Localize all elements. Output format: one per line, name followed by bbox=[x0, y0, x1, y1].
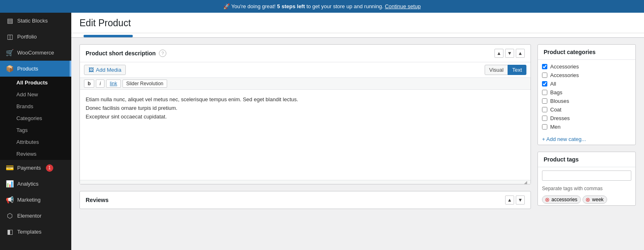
reviews-controls: ▲ ▼ bbox=[505, 195, 525, 205]
banner-bold: 5 steps left bbox=[277, 3, 305, 9]
resize-icon: ◢ bbox=[524, 180, 527, 184]
category-coat[interactable]: Coat bbox=[542, 105, 631, 114]
product-categories-card: Product categories Accessories Accessori… bbox=[537, 44, 636, 145]
sidebar-subitem-add-new[interactable]: Add New bbox=[0, 89, 71, 100]
sidebar-item-products[interactable]: 📦 Products bbox=[0, 61, 71, 77]
expand-btn[interactable]: ▲ bbox=[516, 49, 525, 58]
sidebar-item-label: Templates bbox=[17, 229, 41, 235]
tag-label: week bbox=[592, 197, 603, 202]
sidebar-item-static-blocks[interactable]: ▤ Static Blocks bbox=[0, 13, 71, 29]
tag-chip-week: ⊗ week bbox=[583, 195, 607, 204]
add-new-category-link[interactable]: + Add new categ... bbox=[538, 134, 635, 145]
reviews-section: Reviews ▲ ▼ bbox=[79, 191, 531, 209]
collapse-down-btn[interactable]: ▼ bbox=[505, 49, 514, 58]
toolbar-left: 🖼 Add Media bbox=[84, 65, 126, 75]
tag-chips-container: ⊗ accessories ⊗ week bbox=[538, 194, 635, 205]
add-media-label: Add Media bbox=[96, 67, 121, 73]
category-label: Bags bbox=[550, 89, 562, 95]
sidebar-item-label: Payments bbox=[17, 165, 41, 171]
help-icon[interactable]: ? bbox=[159, 50, 166, 57]
content-line-1: Etiam nulla nunc, aliquet vel metus nec,… bbox=[86, 95, 525, 104]
categories-title: Product categories bbox=[538, 45, 635, 60]
sidebar-item-templates[interactable]: ◧ Templates bbox=[0, 224, 71, 240]
card-header-left: Product short description ? bbox=[86, 50, 166, 57]
visual-tab-btn[interactable]: Visual bbox=[485, 65, 508, 75]
page-header: Edit Product bbox=[71, 13, 644, 33]
sidebar-subitem-reviews[interactable]: Reviews bbox=[0, 148, 71, 160]
category-all[interactable]: All bbox=[542, 80, 631, 88]
bold-btn[interactable]: b bbox=[84, 80, 94, 88]
sidebar-subitem-attributes[interactable]: Attributes bbox=[0, 136, 71, 148]
portfolio-icon: ◫ bbox=[6, 33, 14, 41]
sidebar-subitem-all-products[interactable]: All Products bbox=[0, 77, 71, 89]
banner-text-suffix: to get your store up and running. bbox=[306, 3, 383, 9]
sidebar-item-payments[interactable]: 💳 Payments 1 bbox=[0, 160, 71, 176]
category-checkbox-accessories-1[interactable] bbox=[542, 64, 547, 69]
tags-hint: Separate tags with commas bbox=[538, 184, 635, 194]
category-checkbox-dresses[interactable] bbox=[542, 116, 547, 121]
slider-revolution-btn[interactable]: Slider Revolution bbox=[122, 80, 167, 88]
page-title: Edit Product bbox=[79, 18, 636, 29]
category-checkbox-accessories-2[interactable] bbox=[542, 73, 547, 78]
tags-input[interactable] bbox=[542, 170, 631, 181]
category-checkbox-men[interactable] bbox=[542, 124, 547, 130]
sidebar-item-woocommerce[interactable]: 🛒 WooCommerce bbox=[0, 45, 71, 61]
content-line-3: Excepteur sint occaecat cupidatat. bbox=[86, 113, 525, 121]
category-accessories-1[interactable]: Accessories bbox=[542, 62, 631, 71]
analytics-icon: 📊 bbox=[6, 180, 14, 188]
category-checkbox-blouses[interactable] bbox=[542, 98, 547, 104]
reviews-up-btn[interactable]: ▲ bbox=[505, 195, 514, 205]
sidebar-item-label: Static Blocks bbox=[17, 18, 48, 24]
content-area: Edit Product Product short description ? bbox=[71, 13, 644, 250]
reviews-title: Reviews bbox=[86, 197, 109, 203]
tags-input-area bbox=[538, 167, 635, 184]
category-dresses[interactable]: Dresses bbox=[542, 114, 631, 123]
category-checkbox-bags[interactable] bbox=[542, 90, 547, 95]
content-body: Product short description ? ▲ ▼ ▲ bbox=[71, 38, 644, 219]
category-label: Accessories bbox=[550, 64, 579, 70]
sidebar-item-label: Analytics bbox=[17, 181, 39, 187]
products-icon: 📦 bbox=[6, 65, 14, 73]
sidebar-item-marketing[interactable]: 📢 Marketing bbox=[0, 192, 71, 208]
remove-week-tag[interactable]: ⊗ bbox=[585, 197, 590, 202]
sidebar-item-label: Marketing bbox=[17, 197, 41, 203]
main-column: Product short description ? ▲ ▼ ▲ bbox=[79, 44, 531, 212]
category-blouses[interactable]: Blouses bbox=[542, 97, 631, 105]
templates-icon: ◧ bbox=[6, 228, 14, 236]
sidebar-item-portfolio[interactable]: ◫ Portfolio bbox=[0, 29, 71, 45]
sidebar-item-label: Elementor bbox=[17, 213, 41, 219]
category-checkbox-coat[interactable] bbox=[542, 107, 547, 112]
tag-label: accessories bbox=[551, 197, 577, 202]
setup-banner: 🚀 You're doing great! 5 steps left to ge… bbox=[0, 0, 644, 13]
editor-content-area[interactable]: Etiam nulla nunc, aliquet vel metus nec,… bbox=[80, 90, 531, 180]
products-submenu: All Products Add New Brands Categories T… bbox=[0, 77, 71, 160]
category-accessories-2[interactable]: Accessories bbox=[542, 71, 631, 80]
sidebar-subitem-categories[interactable]: Categories bbox=[0, 112, 71, 124]
reviews-down-btn[interactable]: ▼ bbox=[516, 195, 525, 205]
sidebar-item-elementor[interactable]: ⬡ Elementor bbox=[0, 208, 71, 224]
sidebar-item-analytics[interactable]: 📊 Analytics bbox=[0, 176, 71, 192]
category-bags[interactable]: Bags bbox=[542, 88, 631, 97]
add-media-button[interactable]: 🖼 Add Media bbox=[84, 65, 126, 75]
elementor-icon: ⬡ bbox=[6, 212, 14, 220]
category-label: Dresses bbox=[550, 115, 570, 121]
marketing-icon: 📢 bbox=[6, 196, 14, 204]
collapse-up-btn[interactable]: ▲ bbox=[494, 49, 503, 58]
sidebar-item-label: WooCommerce bbox=[17, 50, 54, 56]
italic-btn[interactable]: i bbox=[96, 80, 104, 88]
static-blocks-icon: ▤ bbox=[6, 17, 14, 25]
category-men[interactable]: Men bbox=[542, 123, 631, 131]
sidebar-subitem-tags[interactable]: Tags bbox=[0, 124, 71, 136]
category-checkbox-all[interactable] bbox=[542, 81, 547, 86]
short-description-title: Product short description bbox=[86, 50, 156, 57]
sidebar-item-label: Products bbox=[17, 66, 38, 72]
text-tab-btn[interactable]: Text bbox=[508, 65, 526, 75]
payments-badge: 1 bbox=[46, 164, 53, 172]
product-tags-card: Product tags Separate tags with commas ⊗… bbox=[537, 152, 636, 206]
category-label: Coat bbox=[550, 107, 561, 113]
editor-resize-handle[interactable]: ◢ bbox=[80, 180, 531, 184]
banner-continue-link[interactable]: Continue setup bbox=[385, 3, 420, 9]
link-btn[interactable]: link bbox=[106, 80, 121, 88]
sidebar-subitem-brands[interactable]: Brands bbox=[0, 100, 71, 112]
remove-accessories-tag[interactable]: ⊗ bbox=[545, 197, 550, 202]
